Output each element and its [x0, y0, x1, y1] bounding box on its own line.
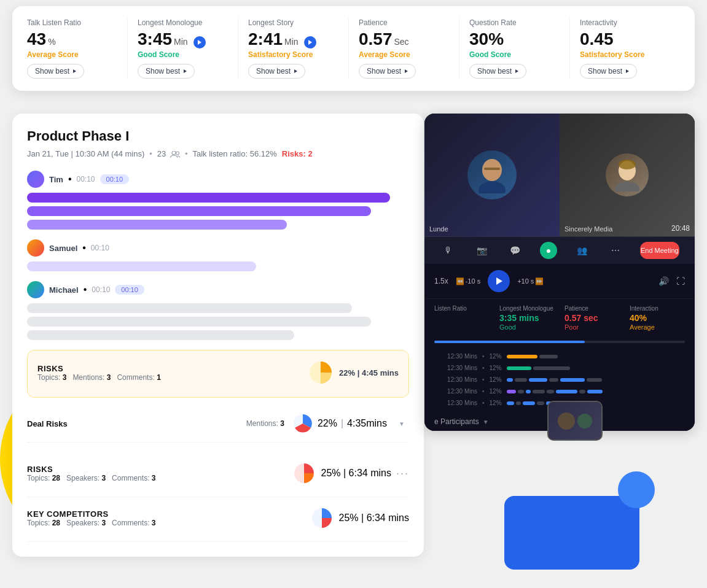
- video-icon[interactable]: 📷: [473, 242, 490, 259]
- tl-pct-3: 12%: [490, 376, 502, 383]
- participant-name-tim: Tim: [49, 175, 63, 184]
- risks2-pie: [292, 461, 316, 485]
- video-controls-bar: 🎙 📷 💬 ● 👥 ⋯ End Meeting: [424, 236, 695, 264]
- time-bubble-michael: 00:10: [115, 285, 144, 295]
- section-meta-risks-2: Topics: 28 Speakers: 3 Comments: 3: [27, 474, 155, 482]
- tl-pct-5: 12%: [490, 400, 502, 406]
- stat-patience: Patience 0.57 sec Poor: [564, 305, 620, 331]
- metric-label-5: Question Rate: [469, 18, 560, 27]
- green-active-icon[interactable]: ●: [540, 242, 557, 259]
- tl-pct-2: 12%: [490, 365, 502, 371]
- tl-label-5: 12:30 Mins: [434, 400, 477, 406]
- tbar-4-2: [518, 390, 524, 393]
- skip-forward-btn[interactable]: +10 s ⏩: [517, 277, 544, 285]
- three-dots-risks2[interactable]: ···: [396, 467, 409, 480]
- tbar-3-5: [560, 378, 585, 382]
- stat-longest-monologue: Longest Monologue 3:35 mins Good: [499, 305, 555, 331]
- stat-value-3: 40%: [630, 313, 685, 323]
- risks-pct-1: 22% | 4:45 mins: [339, 368, 399, 377]
- panel-talk-ratio: Talk listen ratio: 56.12%: [192, 149, 276, 158]
- show-best-btn-1[interactable]: Show best: [27, 64, 84, 79]
- risks-header-1: RISKS Topics: 3 Mentions: 3 Comments: 1 …: [37, 359, 399, 386]
- tbar-4-8: [587, 390, 603, 393]
- progress-bar-track[interactable]: [434, 341, 685, 343]
- skip-back-btn[interactable]: ⏪ -10 s: [456, 277, 480, 285]
- video-label-right: Sincerely Media: [564, 225, 612, 233]
- stat-label-3: Interaction: [630, 305, 685, 312]
- participant-row-tim: Tim • 00:10 00:10: [27, 171, 409, 188]
- participant-name-michael: Michael: [49, 285, 79, 295]
- tbar-3-1: [507, 378, 513, 382]
- speed-btn[interactable]: 1.5x: [434, 277, 448, 285]
- stat-label-1: Longest Monologue: [499, 305, 555, 312]
- stat-label-2: Patience: [564, 305, 620, 312]
- tbar-4-3: [526, 390, 531, 393]
- risks-badge: Risks: 2: [282, 149, 313, 158]
- participant-time-tim: 00:10: [77, 175, 95, 184]
- tbar-4-4: [533, 390, 545, 393]
- risks-chart-1: 22% | 4:45 mins: [307, 359, 399, 386]
- section-right-risks-2: 25% | 6:34 mins ···: [292, 461, 409, 485]
- deal-pct: 22%: [318, 418, 337, 429]
- tbar-3-2: [515, 378, 527, 382]
- share-icon[interactable]: ⋯: [607, 242, 624, 259]
- avatar-michael: [27, 281, 44, 298]
- bar-tim-1: [27, 193, 390, 203]
- person-left-svg: [477, 157, 507, 193]
- metric-number-1: 43: [27, 29, 46, 49]
- thumb-inner: [549, 402, 601, 439]
- play-btn-2[interactable]: [193, 36, 206, 48]
- metric-value-5: 30%: [469, 29, 560, 49]
- bar-michael-1: [27, 303, 352, 313]
- bar-michael-3: [27, 330, 294, 340]
- stat-listen-ratio: Listen Ratio: [434, 305, 490, 331]
- show-best-btn-3[interactable]: Show best: [248, 64, 305, 79]
- stat-value-2: 0.57 sec: [564, 313, 620, 323]
- participant-time-samuel: 00:10: [91, 244, 109, 252]
- tbar-5-4: [537, 401, 544, 405]
- metric-label-1: Talk Listen Ratio: [27, 18, 117, 27]
- metric-talk-listen: Talk Listen Ratio 43 % Average Score Sho…: [27, 18, 128, 79]
- show-best-btn-5[interactable]: Show best: [469, 64, 526, 79]
- participants-text: e Participants: [434, 417, 479, 426]
- tbar-4-5: [547, 390, 554, 393]
- metric-number-4: 0.57: [359, 29, 393, 49]
- tbar-1-1: [507, 355, 537, 358]
- volume-icon[interactable]: 🔊: [658, 276, 669, 286]
- risks-title-1: RISKS: [37, 364, 161, 373]
- meta-dot-2: •: [185, 149, 188, 158]
- play-button[interactable]: [488, 270, 510, 292]
- show-best-btn-4[interactable]: Show best: [359, 64, 416, 79]
- show-best-btn-6[interactable]: Show best: [580, 64, 637, 79]
- timeline-row-3: 12:30 Mins • 12%: [424, 374, 695, 385]
- chat-icon[interactable]: 💬: [507, 242, 524, 259]
- stat-quality-3: Average: [630, 323, 685, 331]
- floating-thumb: [547, 401, 603, 441]
- people-icon[interactable]: 👥: [573, 242, 590, 259]
- participant-time-michael: 00:10: [92, 285, 110, 294]
- show-best-btn-2[interactable]: Show best: [138, 64, 195, 79]
- play-btn-3[interactable]: [304, 36, 316, 48]
- metric-score-4: Average Score: [359, 50, 449, 59]
- metric-unit-2: Min: [174, 37, 188, 47]
- end-meeting-btn[interactable]: End Meeting: [640, 242, 679, 259]
- video-right: Sincerely Media 20:48: [560, 114, 695, 236]
- tbar-2-1: [507, 366, 531, 370]
- participants-chevron: ▼: [483, 419, 489, 425]
- video-face-left: [467, 150, 517, 199]
- section-left-competitors: KEY COMPETITORS Topics: 28 Speakers: 3 C…: [27, 509, 155, 527]
- tbar-5-1: [507, 401, 514, 405]
- metric-value-2: 3:45 Min: [138, 29, 228, 49]
- section-risks-2: RISKS Topics: 28 Speakers: 3 Comments: 3…: [27, 452, 409, 497]
- metric-value-4: 0.57 Sec: [359, 29, 449, 49]
- mic-icon[interactable]: 🎙: [440, 242, 457, 259]
- deal-risks-chevron[interactable]: [394, 416, 409, 431]
- tbar-4-7: [579, 390, 585, 393]
- bar-tim-2: [27, 206, 371, 216]
- tbar-1-2: [539, 355, 558, 358]
- metrics-card: Talk Listen Ratio 43 % Average Score Sho…: [12, 6, 695, 91]
- expand-icon[interactable]: ⛶: [676, 276, 685, 286]
- video-timestamp: 20:48: [671, 224, 690, 233]
- metric-score-1: Average Score: [27, 50, 117, 59]
- bars-michael: [27, 303, 409, 340]
